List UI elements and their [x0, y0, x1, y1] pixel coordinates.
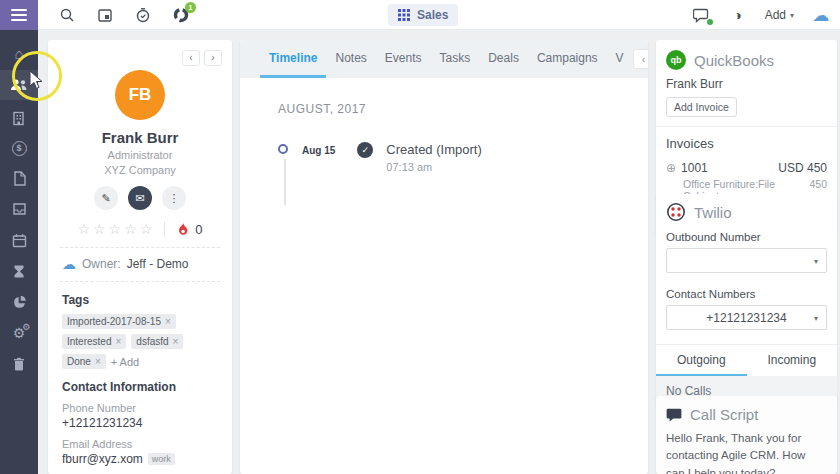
star-icon[interactable]: ☆ [140, 221, 153, 237]
calendar-icon[interactable] [96, 6, 114, 24]
edit-button[interactable]: ✎ [94, 186, 118, 210]
tab-tasks[interactable]: Tasks [431, 40, 480, 78]
owner-row: ☁ Owner: Jeff - Demo [48, 248, 232, 271]
avatar: FB [115, 70, 165, 120]
sidebar-item-activities[interactable] [0, 256, 38, 286]
grid-icon [398, 9, 410, 21]
divider [164, 222, 165, 237]
call-script-text: Hello Frank, Thank you for contacting Ag… [666, 430, 827, 474]
tag-remove-icon[interactable]: × [165, 316, 171, 327]
chat-icon[interactable] [693, 6, 711, 24]
phone-label: Phone Number [48, 394, 232, 414]
contact-role: Administrator [48, 149, 232, 161]
next-contact-button[interactable]: › [204, 50, 222, 66]
outbound-number-select[interactable]: ▾ [666, 248, 827, 273]
sidebar-item-deals[interactable]: $ [0, 133, 38, 163]
tag-remove-icon[interactable]: × [173, 336, 179, 347]
contacts-icon [10, 78, 28, 92]
contact-pager: ‹ › [182, 50, 222, 66]
agile-cloud-logo-icon[interactable]: ☁ [812, 6, 830, 24]
sidebar-item-home[interactable]: ⌂ [0, 38, 38, 68]
pie-chart-icon [12, 295, 27, 310]
email-button[interactable]: ✉ [128, 186, 152, 210]
invoice-amount: USD 450 [778, 161, 827, 175]
online-status-dot [707, 19, 713, 25]
add-invoice-button[interactable]: Add Invoice [666, 97, 737, 117]
contrast-icon[interactable]: ◑ [729, 6, 747, 24]
timeline-dot [278, 144, 288, 154]
timer-icon[interactable] [134, 6, 152, 24]
add-dropdown[interactable]: Add ▾ [765, 8, 794, 22]
owner-cloud-icon: ☁ [62, 257, 76, 271]
topbar-right-group: ◑ Add ▾ ☁ [693, 0, 830, 30]
invoice-row: ⊕ 1001 USD 450 [666, 161, 827, 175]
timeline-connector [284, 159, 286, 205]
outbound-number-label: Outbound Number [666, 231, 827, 243]
sidebar-item-trash[interactable] [0, 349, 38, 379]
quickbooks-header: qb QuickBooks [666, 50, 827, 70]
menu-icon[interactable] [0, 0, 38, 30]
tab-notes[interactable]: Notes [326, 40, 375, 78]
sidebar-item-calendar[interactable] [0, 225, 38, 255]
star-icon[interactable]: ☆ [124, 221, 137, 237]
sidebar-item-reports[interactable] [0, 287, 38, 317]
sidebar-item-inbox[interactable] [0, 194, 38, 224]
sidebar-item-contacts[interactable] [0, 70, 38, 100]
divider [656, 126, 837, 127]
sidebar-item-documents[interactable] [0, 163, 38, 193]
tabs-scroll-left-button[interactable]: ‹ [633, 49, 648, 69]
twilio-header: Twilio [666, 202, 827, 222]
tab-timeline[interactable]: Timeline [260, 40, 326, 78]
search-icon[interactable] [58, 6, 76, 24]
sidebar-item-settings[interactable]: ⚙⚙ [0, 318, 38, 348]
star-icon[interactable]: ☆ [93, 221, 106, 237]
prev-contact-button[interactable]: ‹ [182, 50, 200, 66]
call-script-title: Call Script [690, 406, 758, 423]
chevron-down-icon: ▾ [814, 257, 818, 266]
reports-notification-icon[interactable]: 1 [172, 6, 190, 24]
notification-badge: 1 [185, 2, 196, 13]
tab-campaigns[interactable]: Campaigns [528, 40, 607, 78]
sidebar-item-companies[interactable] [0, 103, 38, 133]
contact-number-select[interactable]: +12121231234 ▾ [666, 305, 827, 330]
quickbooks-contact-name: Frank Burr [666, 77, 827, 91]
tags-title: Tags [48, 282, 232, 307]
tag-remove-icon[interactable]: × [115, 336, 121, 347]
star-icon[interactable]: ☆ [77, 221, 90, 237]
sales-label: Sales [417, 8, 448, 22]
sidebar-nav: ⌂ $ ⚙⚙ [0, 30, 38, 474]
score-row: ☆ ☆ ☆ ☆ ☆ 0 [48, 221, 232, 237]
tag: Imported-2017-08-15× [62, 314, 176, 329]
tag-remove-icon[interactable]: × [95, 356, 101, 367]
tab-outgoing[interactable]: Outgoing [656, 345, 747, 376]
tab-events[interactable]: Events [376, 40, 431, 78]
owner-name[interactable]: Jeff - Demo [127, 257, 189, 271]
contact-company[interactable]: XYZ Company [48, 164, 232, 176]
owner-label: Owner: [82, 257, 121, 271]
star-icon[interactable]: ☆ [109, 221, 122, 237]
more-options-button[interactable]: ⋮ [162, 186, 186, 210]
envelope-icon: ✉ [135, 192, 144, 205]
invoice-number: 1001 [681, 161, 708, 175]
tab-incoming[interactable]: Incoming [747, 345, 838, 376]
call-script-widget: Call Script Hello Frank, Thank you for c… [656, 396, 837, 474]
calls-tabbar: Outgoing Incoming [656, 344, 837, 376]
expand-invoice-icon[interactable]: ⊕ [666, 161, 676, 175]
invoices-title: Invoices [666, 136, 827, 151]
timeline-entry-body: Created (Import) 07:13 am [386, 142, 481, 173]
timeline-entry-time: 07:13 am [386, 161, 481, 173]
tab-truncated[interactable]: V [607, 40, 633, 78]
deals-dollar-icon: $ [12, 141, 27, 156]
sales-app-button[interactable]: Sales [388, 4, 458, 26]
email-value[interactable]: fburr@xyz.xom work [48, 450, 232, 466]
tag: dsfasfd× [131, 334, 183, 349]
timeline-entry-title[interactable]: Created (Import) [386, 142, 481, 157]
calendar-icon [12, 233, 27, 248]
contact-detail-panel: ‹ › FB Frank Burr Administrator XYZ Comp… [48, 40, 232, 474]
home-icon: ⌂ [14, 45, 23, 62]
add-tag-button[interactable]: + Add [111, 356, 139, 368]
phone-value[interactable]: +12121231234 [48, 414, 232, 430]
tab-deals[interactable]: Deals [479, 40, 528, 78]
top-bar: 1 Sales ◑ Add ▾ ☁ [0, 0, 840, 30]
tag: Interested× [62, 334, 126, 349]
